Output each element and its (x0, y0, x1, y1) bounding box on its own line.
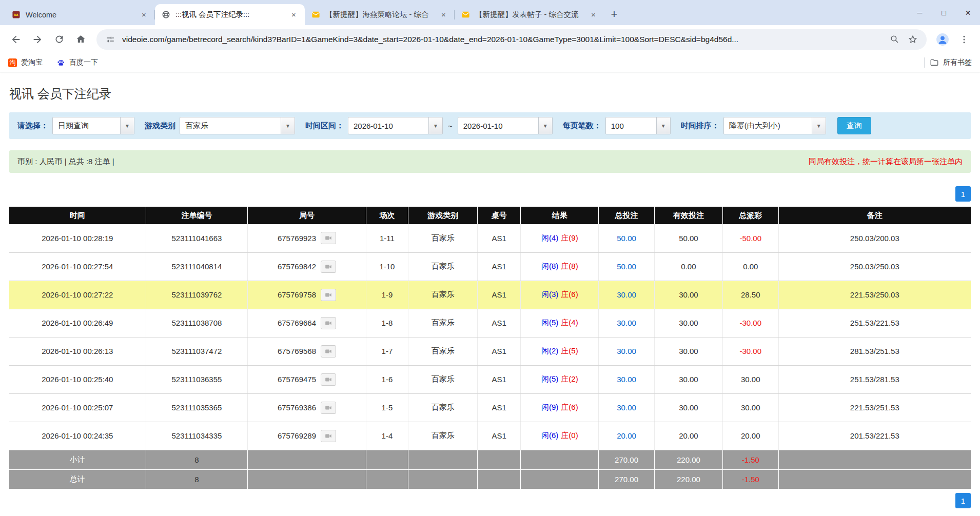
cell-total-bet[interactable]: 50.00 (599, 252, 655, 281)
tab-forum-thread[interactable]: 【新提醒】海燕策略论坛 - 综合 × (305, 4, 455, 25)
menu-dots-icon[interactable] (954, 30, 974, 49)
cell-total-bet[interactable]: 30.00 (599, 281, 655, 309)
table-row: 2026-01-10 00:25:40 523111036355 6757694… (9, 365, 971, 393)
cell-payout: -50.00 (722, 224, 778, 252)
chevron-down-icon[interactable]: ▼ (120, 117, 134, 134)
date-range-label: 时间区间： (305, 121, 344, 131)
cell-result: 闲(8)庄(8) (521, 252, 599, 281)
tab-bet-record[interactable]: :::视讯 会员下注纪录::: × (155, 4, 305, 25)
tab-title: 【新提醒】发表帖子 - 综合交流 (475, 10, 583, 19)
minimize-button[interactable]: ─ (908, 0, 932, 25)
refresh-button[interactable] (49, 30, 69, 49)
chevron-down-icon[interactable]: ▼ (428, 117, 442, 134)
cell-note: 221.53/251.53 (778, 393, 971, 422)
chevron-down-icon[interactable]: ▼ (812, 117, 826, 134)
cell-round-id: 675769842 (248, 252, 366, 281)
tab-close-icon[interactable]: × (439, 10, 448, 19)
maximize-button[interactable]: □ (932, 0, 956, 25)
cell-result: 闲(5)庄(4) (521, 309, 599, 337)
new-tab-button[interactable]: + (606, 7, 622, 22)
date-start-dropdown[interactable]: 2026-01-10 ▼ (348, 117, 443, 134)
round-number: 675769842 (278, 262, 316, 271)
table-body: 2026-01-10 00:28:19 523111041663 6757699… (9, 224, 971, 450)
cell-result: 闲(6)庄(0) (521, 422, 599, 450)
tab-close-icon[interactable]: × (589, 10, 598, 19)
date-end-dropdown[interactable]: 2026-01-10 ▼ (458, 117, 553, 134)
cell-payout: 20.00 (722, 422, 778, 450)
per-page-dropdown[interactable]: 100 ▼ (605, 117, 671, 134)
home-button[interactable] (71, 30, 90, 49)
replay-button[interactable] (321, 317, 336, 329)
zoom-icon[interactable] (888, 33, 901, 46)
bookmark-taobao[interactable]: 淘 爱淘宝 (8, 58, 43, 67)
tab-welcome[interactable]: Welcome × (5, 4, 155, 25)
cell-table-no: AS1 (478, 365, 521, 393)
tab-title: :::视讯 会员下注纪录::: (175, 10, 284, 19)
sort-label: 时间排序： (681, 121, 719, 131)
all-bookmarks-button[interactable]: 所有书签 (930, 58, 972, 67)
tab-forum-post[interactable]: 【新提醒】发表帖子 - 综合交流 × (455, 4, 604, 25)
url-bar[interactable]: videoie.com/game/betrecord_search/kind3?… (96, 29, 927, 50)
cell-total-bet[interactable]: 30.00 (599, 365, 655, 393)
filter-bar: 请选择： 日期查询 ▼ 游戏类别 百家乐 ▼ 时间区间： 2026-01-10 … (9, 112, 971, 139)
chevron-down-icon[interactable]: ▼ (281, 117, 295, 134)
tab-close-icon[interactable]: × (289, 10, 299, 19)
header-payout: 总派彩 (722, 207, 778, 224)
video-replay-icon (324, 263, 332, 270)
replay-button[interactable] (321, 289, 336, 301)
profile-avatar[interactable] (933, 30, 952, 49)
video-replay-icon (324, 432, 332, 440)
cell-table-no: AS1 (478, 337, 521, 365)
cell-total-bet[interactable]: 30.00 (599, 309, 655, 337)
date-start-value: 2026-01-10 (348, 117, 428, 134)
replay-button[interactable] (321, 232, 336, 244)
result-player: 闲(9) (541, 403, 558, 411)
cell-valid-bet: 50.00 (654, 224, 722, 252)
cell-valid-bet: 0.00 (654, 252, 722, 281)
result-player: 闲(6) (541, 431, 558, 440)
back-button[interactable] (6, 30, 26, 49)
query-type-dropdown[interactable]: 日期查询 ▼ (52, 117, 134, 134)
game-type-dropdown[interactable]: 百家乐 ▼ (180, 117, 295, 134)
result-player: 闲(8) (541, 262, 558, 270)
bookmarks-divider (924, 57, 925, 68)
chevron-down-icon[interactable]: ▼ (656, 117, 670, 134)
table-row: 2026-01-10 00:26:49 523111038708 6757696… (9, 309, 971, 337)
cell-result: 闲(2)庄(5) (521, 337, 599, 365)
result-player: 闲(5) (541, 374, 558, 383)
cell-total-bet[interactable]: 30.00 (599, 337, 655, 365)
replay-button[interactable] (321, 261, 336, 273)
url-text[interactable]: videoie.com/game/betrecord_search/kind3?… (122, 35, 883, 44)
page-1-button[interactable]: 1 (955, 493, 971, 508)
cell-game-type: 百家乐 (408, 224, 478, 252)
cell-bet-id: 523111041663 (146, 224, 248, 252)
forward-button[interactable] (28, 30, 47, 49)
replay-button[interactable] (321, 402, 336, 414)
cell-session: 1-9 (366, 281, 408, 309)
search-button[interactable]: 查询 (837, 117, 871, 134)
replay-button[interactable] (321, 430, 336, 442)
tab-close-icon[interactable]: × (139, 10, 149, 19)
sort-dropdown[interactable]: 降幂(由大到小) ▼ (723, 117, 826, 134)
cell-bet-id: 523111037472 (146, 337, 248, 365)
window-controls: ─ □ ✕ (908, 0, 980, 25)
replay-button[interactable] (321, 373, 336, 386)
browser-toolbar: videoie.com/game/betrecord_search/kind3?… (0, 25, 980, 53)
close-window-button[interactable]: ✕ (956, 0, 980, 25)
page-1-button[interactable]: 1 (955, 186, 971, 202)
cell-total-bet[interactable]: 50.00 (599, 224, 655, 252)
cell-bet-id: 523111035365 (146, 393, 248, 422)
cell-total-bet[interactable]: 20.00 (599, 422, 655, 450)
site-info-icon[interactable] (104, 33, 117, 46)
bookmark-star-icon[interactable] (906, 33, 919, 46)
total-payout: -1.50 (722, 469, 778, 489)
cell-game-type: 百家乐 (408, 281, 478, 309)
cell-total-bet[interactable]: 30.00 (599, 393, 655, 422)
chevron-down-icon[interactable]: ▼ (538, 117, 552, 134)
cell-payout: 30.00 (722, 393, 778, 422)
cell-game-type: 百家乐 (408, 422, 478, 450)
baidu-paw-icon (56, 58, 65, 67)
cell-bet-id: 523111034335 (146, 422, 248, 450)
bookmark-baidu[interactable]: 百度一下 (56, 58, 98, 67)
replay-button[interactable] (321, 345, 336, 358)
